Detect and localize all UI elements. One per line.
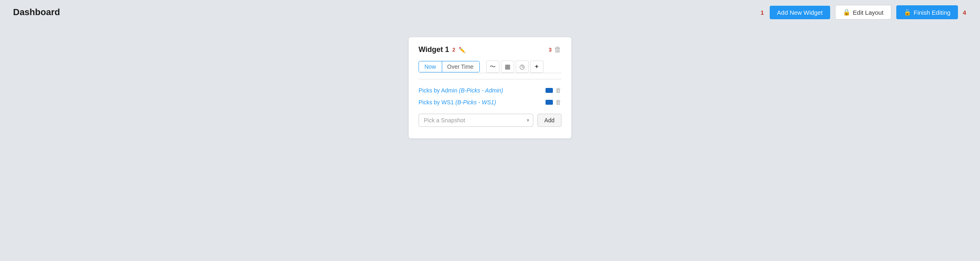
header: Dashboard 1 Add New Widget 🔒 Edit Layout… [0, 0, 980, 25]
tab-group: Now Over Time [419, 61, 480, 72]
badge-3: 3 [549, 47, 552, 53]
badge-2: 2 [452, 47, 455, 52]
snapshot-picker-row: Pick a Snapshot ▾ Add [419, 114, 561, 127]
lock-icon: 🔒 [843, 9, 851, 16]
edit-layout-button[interactable]: 🔒 Edit Layout [835, 5, 891, 20]
settings-icon-button[interactable]: ✦ [530, 61, 543, 73]
delete-snapshot-1-button[interactable]: 🗑 [555, 87, 561, 94]
bar-chart-icon: ▦ [505, 63, 510, 70]
widget-card: Widget 1 2 ✏️ 3 🗑 Now Over Time 〜 ▦ [408, 37, 572, 139]
pencil-icon[interactable]: ✏️ [459, 47, 466, 53]
widget-title-area: Widget 1 2 ✏️ [419, 45, 466, 54]
main-content: Widget 1 2 ✏️ 3 🗑 Now Over Time 〜 ▦ [0, 25, 980, 139]
snapshot-2-actions: 🗑 [546, 99, 561, 106]
lock-icon-finish: 🔒 [904, 9, 911, 16]
tab-over-time[interactable]: Over Time [441, 61, 479, 72]
add-snapshot-button[interactable]: Add [537, 114, 561, 127]
bar-chart-icon-button[interactable]: ▦ [501, 61, 514, 73]
snapshot-select[interactable]: Pick a Snapshot [419, 114, 533, 127]
widget-title: Widget 1 [419, 45, 449, 54]
snapshot-link-1-prefix: Picks by Admin [419, 87, 459, 94]
finish-editing-button[interactable]: 🔒 Finish Editing [896, 5, 958, 19]
delete-widget-button[interactable]: 🗑 [554, 45, 561, 54]
divider [419, 79, 561, 79]
badge-4: 4 [963, 9, 966, 16]
snapshot-1-actions: 🗑 [546, 87, 561, 94]
snapshot-row-1: Picks by Admin (B-Picks - Admin) 🗑 [419, 84, 561, 96]
line-chart-icon: 〜 [490, 63, 496, 71]
delete-snapshot-2-button[interactable]: 🗑 [555, 99, 561, 106]
snapshot-row-2: Picks by WS1 (B-Picks - WS1) 🗑 [419, 96, 561, 108]
snapshot-link-2-prefix: Picks by WS1 [419, 99, 455, 106]
widget-header: Widget 1 2 ✏️ 3 🗑 [419, 45, 561, 54]
chart-icons: 〜 ▦ ◷ ✦ [486, 61, 543, 73]
badge-1: 1 [760, 9, 764, 16]
snapshot-link-2[interactable]: Picks by WS1 (B-Picks - WS1) [419, 99, 496, 106]
settings-icon: ✦ [534, 63, 539, 70]
clock-icon-button[interactable]: ◷ [516, 61, 529, 73]
color-swatch-2[interactable] [546, 100, 553, 105]
snapshot-link-2-italic: (B-Picks - WS1) [455, 99, 496, 106]
snapshot-link-1-italic: (B-Picks - Admin) [459, 87, 503, 94]
page-title: Dashboard [13, 7, 60, 18]
header-actions: 1 Add New Widget 🔒 Edit Layout 🔒 Finish … [760, 5, 967, 20]
tab-now[interactable]: Now [419, 61, 442, 72]
tab-bar: Now Over Time 〜 ▦ ◷ ✦ [419, 61, 561, 73]
add-new-widget-button[interactable]: Add New Widget [770, 6, 830, 19]
snapshot-select-wrapper: Pick a Snapshot ▾ [419, 114, 533, 127]
snapshot-link-1[interactable]: Picks by Admin (B-Picks - Admin) [419, 87, 503, 94]
clock-icon: ◷ [519, 63, 525, 70]
color-swatch-1[interactable] [546, 88, 553, 93]
line-chart-icon-button[interactable]: 〜 [486, 61, 499, 73]
